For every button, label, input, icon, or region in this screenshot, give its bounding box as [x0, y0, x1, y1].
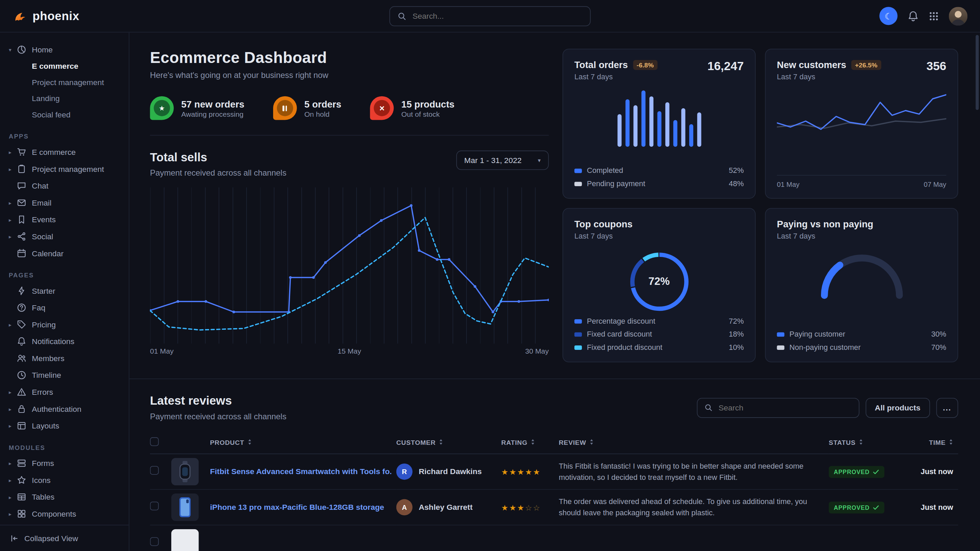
- reviews-table: PRODUCT CUSTOMER RATING REVIEW STATUS TI…: [150, 431, 958, 551]
- top-coupons-card: Top coupons Last 7 days 72% Percentage d…: [563, 208, 756, 362]
- search-input[interactable]: [411, 11, 582, 21]
- tag-icon: [17, 320, 27, 329]
- reviews-search[interactable]: [697, 397, 859, 418]
- sidebar-item-social[interactable]: ▸Social: [0, 228, 129, 245]
- row-checkbox[interactable]: [150, 502, 159, 510]
- table-header-row: PRODUCT CUSTOMER RATING REVIEW STATUS TI…: [150, 431, 958, 454]
- sidebar-item-errors[interactable]: ▸Errors: [0, 384, 129, 400]
- apps-grid-button[interactable]: [929, 11, 939, 21]
- top-coupons-donut-chart: 72%: [625, 248, 693, 316]
- more-options-button[interactable]: ...: [936, 397, 958, 418]
- sidebar-item-layouts[interactable]: ▸Layouts: [0, 417, 129, 434]
- customer-avatar[interactable]: A: [396, 499, 413, 516]
- legend-item: Fixed card discount18%: [574, 330, 744, 339]
- sidebar-item-e-commerce[interactable]: ▸E commerce: [0, 144, 129, 160]
- caret-right-icon: ▸: [9, 199, 17, 206]
- customer-avatar[interactable]: R: [396, 464, 413, 480]
- caret-right-icon: ▸: [9, 406, 17, 412]
- review-text: The order was delivered ahead of schedul…: [559, 496, 824, 518]
- column-header-time[interactable]: TIME: [908, 431, 958, 454]
- clock-icon: [17, 370, 27, 380]
- caret-right-icon: ▸: [9, 423, 17, 429]
- product-image[interactable]: [171, 494, 199, 521]
- legend-item: Pending payment48%: [574, 179, 744, 188]
- sidebar-item-tables[interactable]: ▸Tables: [0, 488, 129, 505]
- sidebar-item-icons[interactable]: ▸Icons: [0, 472, 129, 489]
- sidebar-item-home[interactable]: ▾ Home: [0, 41, 129, 58]
- search-icon: [398, 12, 406, 21]
- product-image[interactable]: [171, 529, 199, 551]
- brand[interactable]: phoenix: [13, 8, 80, 24]
- sidebar-item-faq[interactable]: Faq: [0, 299, 129, 316]
- lock-icon: [17, 404, 27, 414]
- pause-icon: [273, 96, 297, 120]
- total-sells-subtitle: Payment received across all channels: [150, 168, 287, 178]
- theme-toggle-button[interactable]: ☾: [880, 7, 897, 25]
- column-header-review[interactable]: REVIEW: [559, 431, 829, 454]
- column-header-rating[interactable]: RATING: [501, 431, 559, 454]
- sidebar-item-calendar[interactable]: Calendar: [0, 245, 129, 262]
- sidebar-item-members[interactable]: Members: [0, 350, 129, 367]
- sidebar-item-chat[interactable]: Chat: [0, 177, 129, 194]
- moon-icon: ☾: [885, 11, 892, 21]
- review-time: Just now: [908, 454, 958, 489]
- sidebar-item-landing[interactable]: Landing: [0, 91, 129, 107]
- reviews-search-input[interactable]: [718, 403, 852, 413]
- sidebar-item-authentication[interactable]: ▸Authentication: [0, 400, 129, 418]
- row-checkbox[interactable]: [150, 537, 159, 546]
- bell-icon: [907, 10, 919, 21]
- chat-icon: [17, 181, 27, 191]
- legend-item: Non-paying customer70%: [777, 343, 946, 352]
- sidebar-item-timeline[interactable]: Timeline: [0, 367, 129, 384]
- sidebar-item-email[interactable]: ▸Email: [0, 194, 129, 211]
- share-icon: [17, 232, 27, 241]
- paying-gauge-chart: [808, 243, 915, 302]
- reviews-title: Latest reviews: [150, 394, 287, 408]
- paying-vs-nonpaying-card: Paying vs non paying Last 7 days Paying …: [765, 208, 958, 362]
- product-link[interactable]: iPhone 13 pro max-Pacific Blue-128GB sto…: [210, 503, 391, 512]
- review-row: iPhone 13 pro max-Pacific Blue-128GB sto…: [150, 489, 958, 525]
- column-header-status[interactable]: STATUS: [829, 431, 908, 454]
- phoenix-logo-icon: [13, 8, 28, 24]
- product-link[interactable]: Fitbit Sense Advanced Smartwatch with To…: [210, 467, 391, 476]
- sidebar-section-label: APPS: [9, 133, 129, 140]
- bookmark-icon: [17, 215, 27, 224]
- sidebar-item-label: Faq: [32, 303, 46, 312]
- sidebar-item-events[interactable]: ▸Events: [0, 211, 129, 228]
- notifications-button[interactable]: [907, 10, 919, 21]
- sidebar-item-components[interactable]: ▸Components: [0, 505, 129, 522]
- sidebar-item-project-management[interactable]: Project management: [0, 74, 129, 91]
- legend-item: Percentage discount72%: [574, 317, 744, 326]
- sidebar-item-e-commerce[interactable]: E commerce: [0, 58, 129, 75]
- sidebar-item-label: Email: [32, 198, 51, 207]
- new-customers-value: 356: [926, 59, 946, 73]
- user-avatar[interactable]: [949, 6, 967, 25]
- sidebar-item-social-feed[interactable]: Social feed: [0, 107, 129, 123]
- sidebar-item-pricing[interactable]: ▸Pricing: [0, 316, 129, 333]
- sidebar-item-label: E commerce: [32, 148, 76, 157]
- sidebar-item-project-management[interactable]: ▸Project management: [0, 160, 129, 178]
- column-header-product[interactable]: PRODUCT: [210, 431, 396, 454]
- sidebar-item-label: Authentication: [32, 404, 81, 413]
- date-range-select[interactable]: Mar 1 - 31, 2022 ▾: [456, 151, 549, 170]
- search-icon: [704, 403, 712, 412]
- select-all-checkbox[interactable]: [150, 437, 159, 446]
- caret-right-icon: ▸: [9, 511, 17, 517]
- global-search[interactable]: [390, 6, 591, 26]
- row-checkbox[interactable]: [150, 466, 159, 475]
- sidebar-item-label: Timeline: [32, 371, 61, 380]
- column-header-customer[interactable]: CUSTOMER: [396, 431, 501, 454]
- sidebar-item-label: Components: [32, 510, 76, 518]
- box-icon: [17, 509, 27, 519]
- sidebar-item-label: Icons: [32, 476, 51, 484]
- collapse-view-toggle[interactable]: Collapsed View: [0, 525, 129, 551]
- product-image[interactable]: [171, 458, 199, 485]
- main-content: Ecommerce Dashboard Here's what's going …: [129, 32, 980, 551]
- sidebar-item-starter[interactable]: Starter: [0, 283, 129, 300]
- scrollbar-thumb[interactable]: [975, 35, 978, 110]
- collapse-icon: [10, 534, 19, 543]
- bolt-icon: [17, 286, 27, 296]
- sidebar-item-forms[interactable]: ▸Forms: [0, 455, 129, 472]
- all-products-button[interactable]: All products: [865, 397, 930, 418]
- sidebar-item-notifications[interactable]: Notifications: [0, 333, 129, 350]
